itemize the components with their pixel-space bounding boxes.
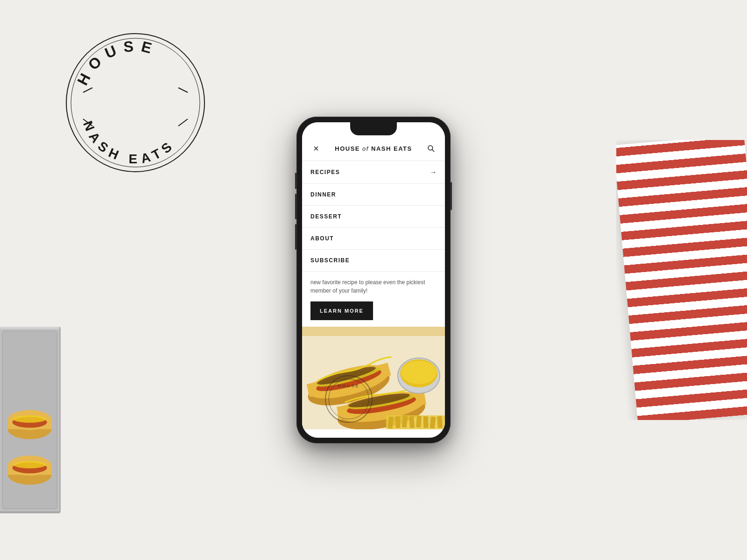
food-tray <box>0 327 61 513</box>
search-icon <box>427 144 435 153</box>
close-icon: × <box>313 144 319 153</box>
learn-more-button[interactable]: LEARN MORE <box>310 301 373 320</box>
menu-label-about: ABOUT <box>310 235 334 242</box>
svg-text:HOUSE: HOUSE <box>74 37 160 88</box>
site-title: HOUSE of NASH EATS <box>335 145 412 152</box>
phone-power-button <box>451 182 452 210</box>
striped-cloth <box>616 140 747 420</box>
svg-point-38 <box>401 361 437 384</box>
menu-item-recipes[interactable]: RECIPES → <box>302 161 445 184</box>
menu-label-subscribe: SUBSCRIBE <box>310 257 350 264</box>
menu-item-dessert[interactable]: DESSERT <box>302 206 445 228</box>
svg-rect-41 <box>395 416 400 428</box>
phone-volume-up-button <box>295 194 296 219</box>
brand-stamp-logo: HOUSE NASH EATS <box>61 28 210 177</box>
food-hero-image: HOUSE <box>302 327 445 429</box>
menu-item-about[interactable]: ABOUT <box>302 228 445 250</box>
menu-label-recipes: RECIPES <box>310 169 340 175</box>
svg-rect-39 <box>386 415 445 429</box>
svg-line-7 <box>178 119 188 126</box>
svg-rect-47 <box>437 416 443 428</box>
nav-menu: RECIPES → DINNER DESSERT ABOUT SUBSCRIBE <box>302 161 445 272</box>
svg-point-19 <box>13 461 46 469</box>
menu-label-dessert: DESSERT <box>310 213 342 220</box>
phone-notch <box>350 122 397 135</box>
svg-line-21 <box>432 150 434 152</box>
close-button[interactable]: × <box>310 143 322 154</box>
content-description: new favorite recipe to please even the p… <box>310 278 437 295</box>
svg-text:HOUSE: HOUSE <box>338 384 359 388</box>
menu-label-dinner: DINNER <box>310 191 336 198</box>
svg-rect-45 <box>423 416 429 428</box>
svg-line-4 <box>178 88 188 92</box>
phone-mockup: × HOUSE of NASH EATS RECIPES → <box>296 117 451 443</box>
svg-point-14 <box>13 415 46 423</box>
phone-volume-down-button <box>295 224 296 250</box>
phone-screen: × HOUSE of NASH EATS RECIPES → <box>302 122 445 438</box>
menu-item-dinner[interactable]: DINNER <box>302 184 445 206</box>
content-section: new favorite recipe to please even the p… <box>302 272 445 327</box>
svg-rect-44 <box>416 416 422 428</box>
phone-mute-button <box>295 173 296 189</box>
svg-line-3 <box>83 88 92 92</box>
menu-item-subscribe[interactable]: SUBSCRIBE <box>302 250 445 272</box>
menu-arrow-recipes: → <box>430 168 437 176</box>
search-button[interactable] <box>425 143 437 154</box>
